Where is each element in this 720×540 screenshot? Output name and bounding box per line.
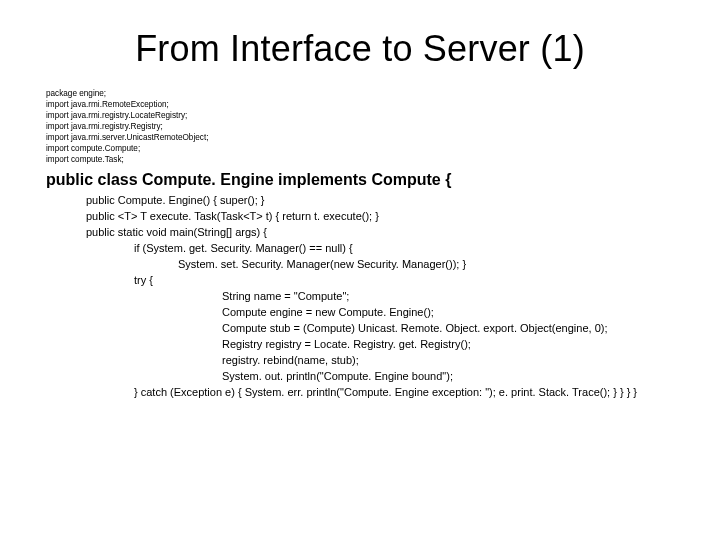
code-line: import java.rmi.registry.LocateRegistry; (46, 110, 674, 121)
code-line: Registry registry = Locate. Registry. ge… (46, 337, 674, 353)
code-line: } catch (Exception e) { System. err. pri… (46, 385, 674, 401)
code-body: public Compute. Engine() { super(); } pu… (46, 193, 674, 400)
code-line: Compute stub = (Compute) Unicast. Remote… (46, 321, 674, 337)
slide: From Interface to Server (1) package eng… (0, 0, 720, 540)
code-line: try { (46, 273, 674, 289)
code-line: registry. rebind(name, stub); (46, 353, 674, 369)
code-line: System. set. Security. Manager(new Secur… (46, 257, 674, 273)
code-line: import java.rmi.RemoteException; (46, 99, 674, 110)
class-declaration: public class Compute. Engine implements … (46, 171, 674, 189)
code-line: import compute.Task; (46, 154, 674, 165)
code-line: import compute.Compute; (46, 143, 674, 154)
imports-block: package engine; import java.rmi.RemoteEx… (46, 88, 674, 165)
code-line: Compute engine = new Compute. Engine(); (46, 305, 674, 321)
slide-title: From Interface to Server (1) (46, 28, 674, 70)
code-line: import java.rmi.registry.Registry; (46, 121, 674, 132)
code-line: package engine; (46, 88, 674, 99)
code-line: System. out. println("Compute. Engine bo… (46, 369, 674, 385)
code-line: import java.rmi.server.UnicastRemoteObje… (46, 132, 674, 143)
code-line: public static void main(String[] args) { (46, 225, 674, 241)
code-line: String name = "Compute"; (46, 289, 674, 305)
code-line: if (System. get. Security. Manager() == … (46, 241, 674, 257)
code-line: public <T> T execute. Task(Task<T> t) { … (46, 209, 674, 225)
code-line: public Compute. Engine() { super(); } (46, 193, 674, 209)
